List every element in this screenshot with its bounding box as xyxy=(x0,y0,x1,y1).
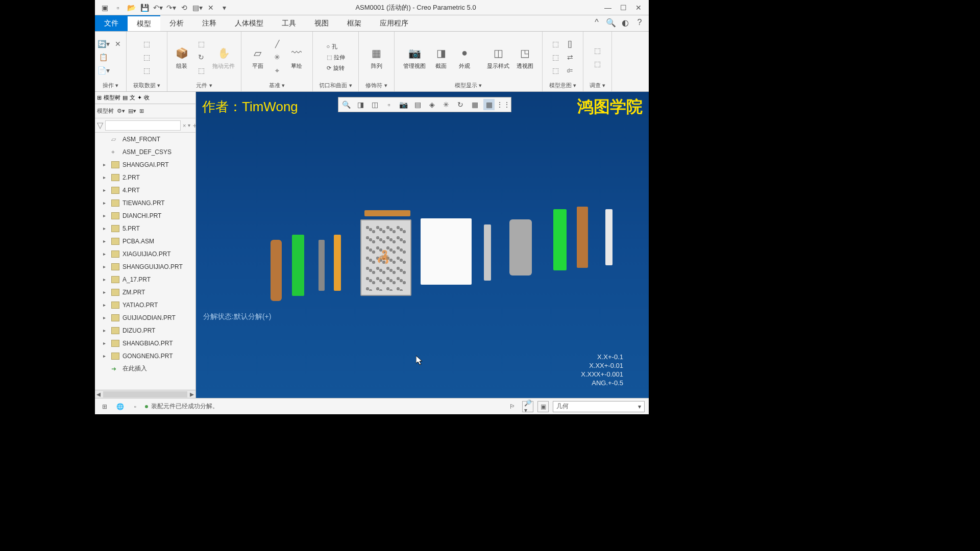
new-icon[interactable]: ▫ xyxy=(113,3,122,12)
select-icon[interactable]: ▣ xyxy=(537,401,549,412)
expand-icon[interactable]: ▸ xyxy=(103,200,108,206)
relation-icon[interactable]: ⬚ xyxy=(550,64,562,77)
undo-icon[interactable]: ↶▾ xyxy=(153,3,162,12)
tree-item[interactable]: ⌖ASM_DEF_CSYS xyxy=(95,145,195,158)
tree-item[interactable]: ▸GONGNENG.PRT xyxy=(95,349,195,362)
param-icon[interactable]: ⬚ xyxy=(550,51,562,63)
perspective-button[interactable]: ◳ 透视图 xyxy=(514,44,535,71)
grid-icon[interactable]: ▦ xyxy=(469,99,480,110)
tree-item[interactable]: ▸A_17.PRT xyxy=(95,273,195,286)
paste-icon[interactable]: 📄▾ xyxy=(97,64,110,77)
model-tree[interactable]: ▱ASM_FRONT⌖ASM_DEF_CSYS▸SHANGGAI.PRT▸2.P… xyxy=(95,133,195,390)
tree-item[interactable]: ▸SHANGGAI.PRT xyxy=(95,158,195,171)
publish-icon[interactable]: ⬚ xyxy=(550,38,562,50)
delete-icon[interactable]: ✕ xyxy=(112,38,124,50)
expand-icon[interactable]: ▸ xyxy=(103,328,108,333)
expand-icon[interactable]: ▸ xyxy=(103,251,108,257)
reference-icon[interactable]: ⬚ xyxy=(592,44,604,57)
axis-icon[interactable]: ╱ xyxy=(271,38,283,50)
userdef-icon[interactable]: ⬚ xyxy=(141,38,153,50)
qat-dropdown-icon[interactable]: ▾ xyxy=(219,3,229,12)
create-icon[interactable]: ⬚ xyxy=(195,38,207,50)
tab-tools[interactable]: 工具 xyxy=(273,15,305,31)
ribbon-group-label[interactable]: 模型意图 ▾ xyxy=(549,81,576,89)
tree-item[interactable]: ▸GUIJIAODIAN.PRT xyxy=(95,311,195,324)
ribbon-group-label[interactable]: 元件 ▾ xyxy=(196,81,212,89)
saved-view-icon[interactable]: 📷 xyxy=(398,99,409,110)
spin-icon[interactable]: ↻ xyxy=(455,99,466,110)
find-icon[interactable]: 🔎▾ xyxy=(522,401,533,412)
viewport-3d[interactable]: 作者：TimWong 鸿图学院 🔍 ◨ ◫ ▫ 📷 ▤ ◈ ✳ ↻ ▦ ▦ ⋮⋮ xyxy=(196,92,649,398)
expand-icon[interactable]: ▸ xyxy=(103,289,108,295)
switch-icon[interactable]: ⇄ xyxy=(564,51,576,63)
ribbon-group-label[interactable]: 基准 ▾ xyxy=(269,81,285,89)
expand-icon[interactable]: ▸ xyxy=(103,353,108,359)
manage-view-button[interactable]: 📷 管理视图 xyxy=(401,44,428,71)
tab-frame[interactable]: 框架 xyxy=(338,15,371,31)
tree-settings-icon[interactable]: ⚙▾ xyxy=(117,108,125,114)
expand-icon[interactable]: ▸ xyxy=(103,315,108,320)
other-tab[interactable]: 收 xyxy=(144,94,150,102)
filter-icon[interactable]: ▽ xyxy=(97,120,103,130)
search-icon[interactable]: 🔍 xyxy=(606,17,616,28)
repeat-icon[interactable]: ↻ xyxy=(195,51,207,63)
tree-item[interactable]: ▸SHANGGUIJIAO.PRT xyxy=(95,260,195,273)
tab-annotate[interactable]: 注释 xyxy=(193,15,226,31)
geom-icon[interactable]: ◈ xyxy=(426,99,437,110)
tree-hscrollbar[interactable]: ◂ ▸ xyxy=(95,390,195,398)
help-icon[interactable]: ? xyxy=(634,17,645,28)
pattern-button[interactable]: ▦ 阵列 xyxy=(366,44,387,71)
collapse-ribbon-icon[interactable]: ^ xyxy=(592,17,602,28)
tree-item[interactable]: ▸DIZUO.PRT xyxy=(95,324,195,337)
expand-icon[interactable]: ▸ xyxy=(103,226,108,231)
message-icon[interactable]: ▫ xyxy=(130,401,141,412)
expand-icon[interactable]: ▸ xyxy=(103,264,108,269)
minimize-button[interactable]: — xyxy=(603,3,613,13)
tree-tab-icon[interactable]: ⊞ xyxy=(97,94,102,101)
tree-item[interactable]: ▸YATIAO.PRT xyxy=(95,298,195,311)
layers-tab[interactable]: 文 xyxy=(130,94,135,102)
tree-toggle-icon[interactable]: ⊞ xyxy=(99,401,110,412)
copy-geom-icon[interactable]: ⬚ xyxy=(141,51,153,63)
ribbon-group-label[interactable]: 获取数据 ▾ xyxy=(133,81,160,89)
layer-icon[interactable]: ▤ xyxy=(412,99,423,110)
tree-item[interactable]: ▸ZM.PRT xyxy=(95,286,195,298)
save-icon[interactable]: 💾 xyxy=(140,3,149,12)
ribbon-group-label[interactable]: 修饰符 ▾ xyxy=(365,81,387,89)
expand-icon[interactable]: ▸ xyxy=(103,340,108,346)
expand-icon[interactable]: ▸ xyxy=(103,162,108,167)
regen-icon[interactable]: ⟲ xyxy=(180,3,189,12)
open-icon[interactable]: 📂 xyxy=(127,3,136,12)
close-icon[interactable]: ✕ xyxy=(206,3,215,12)
plane-button[interactable]: ▱ 平面 xyxy=(248,44,268,71)
ribbon-group-label[interactable]: 切口和曲面 ▾ xyxy=(319,81,352,89)
regen-icon[interactable]: 🔄▾ xyxy=(97,38,110,50)
tree-expand-icon[interactable]: ⊞ xyxy=(139,108,144,114)
highlight-icon[interactable]: ▦ xyxy=(483,99,495,110)
assemble-button[interactable]: 📦 组装 xyxy=(172,44,192,71)
tree-item[interactable]: ▸DIANCHI.PRT xyxy=(95,209,195,222)
tab-file[interactable]: 文件 xyxy=(95,15,128,31)
flag-icon[interactable]: 🏳 xyxy=(507,401,518,412)
filter-input[interactable] xyxy=(105,120,181,131)
expand-icon[interactable]: ▸ xyxy=(103,174,108,180)
render-icon[interactable]: ▫ xyxy=(383,99,395,110)
tree-item[interactable]: ▸TIEWANG.PRT xyxy=(95,196,195,209)
display-style-button[interactable]: ◫ 显示样式 xyxy=(485,44,511,71)
tree-item[interactable]: ▸XIAGUIJIAO.PRT xyxy=(95,247,195,260)
copy-icon[interactable]: 📋 xyxy=(97,51,110,63)
ribbon-group-label[interactable]: 调查 ▾ xyxy=(590,81,605,89)
tree-item[interactable]: ▸5.PRT xyxy=(95,222,195,235)
tree-item[interactable]: ➜在此插入 xyxy=(95,362,195,375)
tab-view[interactable]: 视图 xyxy=(305,15,338,31)
family-icon[interactable]: [] xyxy=(564,38,576,50)
tree-item[interactable]: ▸4.PRT xyxy=(95,184,195,196)
tab-model[interactable]: 模型 xyxy=(128,15,160,31)
ribbon-group-label[interactable]: 操作 ▾ xyxy=(103,81,118,89)
deq-button[interactable]: d= xyxy=(564,64,576,77)
include-icon[interactable]: ⬚ xyxy=(195,64,207,77)
ribbon-group-label[interactable]: 模型显示 ▾ xyxy=(455,81,482,89)
expand-icon[interactable]: ▸ xyxy=(103,213,108,218)
hole-button[interactable]: ○孔 xyxy=(327,43,345,51)
selection-filter-combo[interactable]: 几何 ▾ xyxy=(553,401,645,412)
